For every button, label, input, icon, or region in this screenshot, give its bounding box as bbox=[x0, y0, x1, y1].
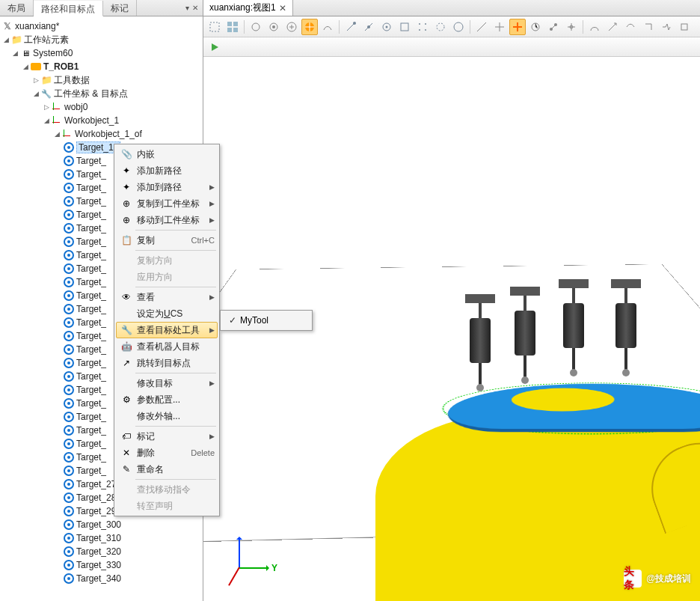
submenu-arrow-icon: ▶ bbox=[209, 433, 215, 440]
ctx-find-move-instruction[interactable]: 查找移动指令 bbox=[116, 481, 218, 498]
folder-icon bbox=[10, 34, 22, 46]
tool-snap-end[interactable] bbox=[343, 19, 359, 35]
tree-tooldata[interactable]: ▷工具数据 bbox=[0, 73, 203, 87]
ctx-apply-direction[interactable]: 应用方向 bbox=[116, 269, 218, 285]
play-button[interactable] bbox=[206, 39, 223, 55]
svg-point-16 bbox=[425, 23, 426, 25]
ctx-modify-target[interactable]: 修改目标▶ bbox=[116, 375, 218, 391]
tool-jog-linear[interactable] bbox=[509, 19, 526, 35]
close-icon[interactable]: ✕ bbox=[279, 3, 286, 13]
tool-settings[interactable] bbox=[676, 19, 693, 35]
expand-icon[interactable]: ◢ bbox=[42, 117, 51, 124]
ctx-copy[interactable]: 📋复制Ctrl+C bbox=[116, 232, 218, 248]
target-icon bbox=[64, 398, 74, 409]
tree-system[interactable]: ◢System60 bbox=[0, 46, 203, 60]
ctx-modify-external-axis[interactable]: 修改外轴... bbox=[116, 408, 218, 424]
tabstrip-controls: ▾ ✕ bbox=[181, 0, 203, 16]
submenu-item-mytool[interactable]: ✓ MyTool bbox=[222, 312, 310, 329]
tool-snap-local[interactable] bbox=[450, 19, 467, 35]
target-icon bbox=[64, 169, 74, 180]
tree-target[interactable]: Target_300 bbox=[0, 518, 203, 531]
expand-icon[interactable]: ◢ bbox=[31, 90, 40, 97]
tool-jog-reorient[interactable] bbox=[527, 19, 544, 35]
tab-layout[interactable]: 布局 bbox=[0, 0, 34, 16]
svg-point-19 bbox=[437, 23, 444, 31]
tool-move[interactable] bbox=[491, 19, 508, 35]
target-icon bbox=[64, 250, 74, 260]
ctx-mark[interactable]: 🏷标记▶ bbox=[116, 428, 218, 445]
tool-path-4[interactable] bbox=[640, 19, 657, 35]
tool-snap-edge[interactable] bbox=[396, 19, 413, 35]
ctx-add-new-path[interactable]: ✦添加新路径 bbox=[116, 162, 218, 179]
tree-target[interactable]: Target_310 bbox=[0, 531, 203, 545]
tool-measure[interactable] bbox=[473, 19, 490, 35]
tree-station[interactable]: xuanxiang* bbox=[0, 19, 203, 33]
tool-rotate[interactable] bbox=[248, 19, 264, 35]
ctx-jump-to-target[interactable]: ↗跳转到目标点 bbox=[116, 355, 218, 371]
expand-icon[interactable]: ◢ bbox=[21, 63, 30, 70]
tab-tags[interactable]: 标记 bbox=[103, 0, 137, 16]
target-icon bbox=[64, 412, 74, 422]
svg-rect-25 bbox=[681, 24, 687, 30]
ctx-view-robot-target[interactable]: 🤖查看机器人目标 bbox=[116, 338, 218, 355]
tree-elements[interactable]: ◢工作站元素 bbox=[0, 33, 203, 46]
tree-wobj1[interactable]: ◢Workobject_1 bbox=[0, 114, 203, 127]
tool-multi-move[interactable] bbox=[563, 19, 580, 35]
expand-icon[interactable]: ◢ bbox=[52, 130, 61, 138]
view-tab[interactable]: xuanxiang:视图1 ✕ bbox=[203, 0, 293, 16]
tool-pan[interactable] bbox=[265, 19, 282, 35]
svg-rect-1 bbox=[227, 22, 232, 26]
tool-snap-mid[interactable] bbox=[360, 19, 377, 35]
ctx-rename[interactable]: ✎重命名 bbox=[116, 461, 218, 478]
tree-wobj1of[interactable]: ◢Workobject_1_of bbox=[0, 127, 203, 141]
ctx-param-config[interactable]: ⚙参数配置... bbox=[116, 391, 218, 408]
expand-icon[interactable]: ▷ bbox=[42, 103, 51, 111]
tool-path-1[interactable] bbox=[586, 19, 603, 35]
submenu-arrow-icon: ▶ bbox=[209, 293, 215, 301]
ctx-delete[interactable]: ✕删除Delete bbox=[116, 445, 218, 461]
tool-select[interactable] bbox=[206, 19, 223, 35]
tool-jog-joint[interactable] bbox=[545, 19, 562, 35]
frame-icon bbox=[52, 116, 61, 125]
tool-select-all[interactable] bbox=[224, 19, 241, 35]
ctx-embed[interactable]: 📎内嵌 bbox=[116, 146, 218, 162]
expand-icon[interactable]: ◢ bbox=[10, 49, 19, 57]
axis-gizmo: Y bbox=[230, 545, 274, 590]
tree-robot[interactable]: ◢T_ROB1 bbox=[0, 60, 203, 73]
close-icon[interactable]: ✕ bbox=[192, 4, 198, 12]
tool-snap-grid[interactable] bbox=[414, 19, 431, 35]
tool-freehand[interactable] bbox=[319, 19, 336, 35]
ctx-view[interactable]: 👁查看▶ bbox=[116, 289, 218, 305]
tool-snap-object[interactable] bbox=[432, 19, 449, 35]
ctx-move-to-wobj[interactable]: ⊕移动到工件坐标▶ bbox=[116, 212, 218, 228]
svg-point-13 bbox=[386, 25, 388, 28]
dropdown-icon[interactable]: ▾ bbox=[185, 4, 189, 12]
tool-path-2[interactable] bbox=[604, 19, 621, 35]
target-icon bbox=[64, 156, 74, 166]
view-tab-label: xuanxiang:视图1 bbox=[209, 1, 276, 14]
tool-path-3[interactable] bbox=[622, 19, 639, 35]
tool-world[interactable] bbox=[301, 19, 318, 35]
tool-path-5[interactable] bbox=[658, 19, 675, 35]
ctx-copy-direction[interactable]: 复制方向 bbox=[116, 252, 218, 269]
target-icon bbox=[64, 466, 74, 476]
tool-snap-center[interactable] bbox=[378, 19, 395, 35]
tree-wobj-targets[interactable]: ◢工件坐标 & 目标点 bbox=[0, 87, 203, 100]
ctx-set-ucs[interactable]: 设定为UCS bbox=[116, 305, 218, 322]
expand-icon[interactable]: ▷ bbox=[31, 76, 40, 84]
target-icon bbox=[64, 425, 74, 436]
context-menu: 📎内嵌 ✦添加新路径 ✦添加到路径▶ ⊕复制到工件坐标▶ ⊕移动到工件坐标▶ 📋… bbox=[114, 144, 220, 516]
ctx-copy-to-wobj[interactable]: ⊕复制到工件坐标▶ bbox=[116, 195, 218, 212]
tree-target[interactable]: Target_330 bbox=[0, 558, 203, 572]
ctx-goto-declaration[interactable]: 转至声明 bbox=[116, 498, 218, 514]
tree-target[interactable]: Target_320 bbox=[0, 545, 203, 558]
ctx-add-to-path[interactable]: ✦添加到路径▶ bbox=[116, 179, 218, 195]
tool-zoom[interactable] bbox=[283, 19, 300, 35]
tree-wobj0[interactable]: ▷wobj0 bbox=[0, 100, 203, 114]
robot-icon bbox=[31, 63, 41, 70]
tab-paths-targets[interactable]: 路径和目标点 bbox=[34, 1, 103, 16]
watermark-text: @技成培训 bbox=[646, 573, 691, 585]
ctx-view-tool-at-target[interactable]: 🔧查看目标处工具▶ bbox=[116, 322, 218, 338]
tree-target[interactable]: Target_340 bbox=[0, 572, 203, 585]
expand-icon[interactable]: ◢ bbox=[1, 36, 10, 43]
